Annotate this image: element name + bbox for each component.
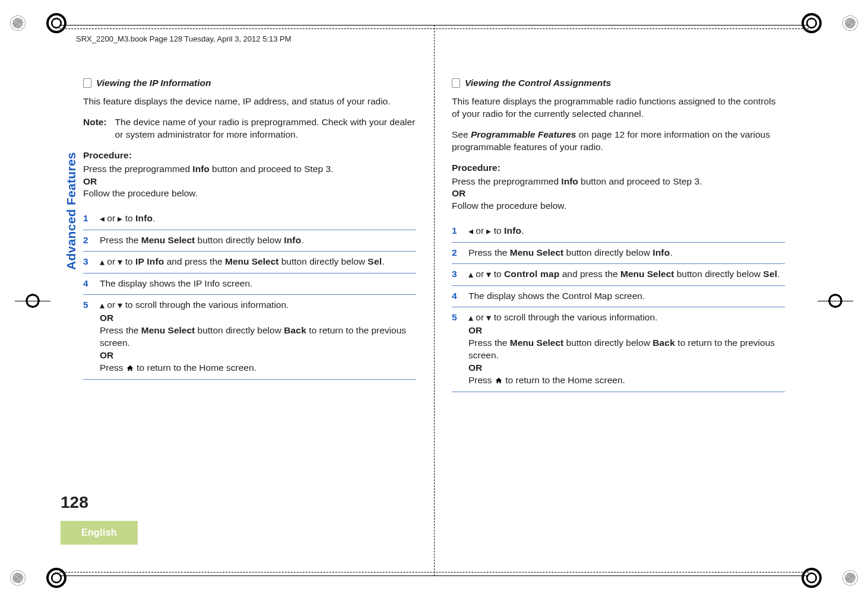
right-column: Viewing the Control Assignments This fea…	[452, 77, 785, 512]
text: .	[670, 247, 672, 257]
text: to scroll through the various informatio…	[491, 312, 657, 322]
step-body: or to IP Info and press the Menu Select …	[100, 256, 416, 269]
steps-left: 1 or to Info. 2 Press the Menu Select bu…	[83, 208, 416, 379]
text-bold-italic: Programmable Features	[471, 129, 576, 139]
intro-right: This feature displays the programmable r…	[452, 96, 785, 120]
step-body: Press the Menu Select button directly be…	[100, 234, 416, 247]
step-body: The display shows the Control Map screen…	[468, 290, 785, 303]
text: .	[153, 213, 155, 223]
note-row: Note: The device name of your radio is p…	[83, 116, 416, 141]
step-1: 1 or to Info.	[83, 208, 416, 230]
menu-text: IP Info	[135, 256, 164, 266]
text: .	[521, 225, 524, 236]
text: and press the	[559, 269, 620, 279]
text: or	[104, 300, 118, 310]
left-column: Viewing the IP Information This feature …	[83, 77, 416, 512]
text: Press the	[468, 338, 510, 348]
text: to	[491, 225, 504, 236]
text: button directly below	[195, 325, 284, 335]
procedure-label-right: Procedure:	[452, 162, 785, 174]
menu-text: Back	[284, 325, 306, 335]
or-label: OR	[468, 325, 482, 335]
text: Press the	[100, 235, 141, 245]
left-arrow-icon	[100, 213, 104, 225]
step-1: 1 or to Info.	[452, 221, 785, 243]
procedure-label-left: Procedure:	[83, 150, 416, 162]
step-number: 4	[83, 278, 91, 290]
up-arrow-icon	[468, 269, 473, 281]
step-number: 2	[452, 247, 460, 259]
text-bold: Menu Select	[620, 269, 674, 279]
or-label: OR	[452, 187, 785, 200]
step-number: 1	[452, 225, 460, 238]
procedure-preamble2-right: Follow the procedure below.	[452, 200, 785, 212]
step-number: 1	[83, 212, 91, 225]
text: See	[452, 129, 471, 139]
home-icon	[495, 375, 503, 387]
text: button directly below	[563, 338, 652, 348]
see-reference: See Programmable Features on page 12 for…	[452, 129, 785, 154]
text: Press	[100, 362, 126, 373]
steps-right: 1 or to Info. 2 Press the Menu Select bu…	[452, 221, 785, 392]
text-bold: Menu Select	[510, 247, 563, 257]
print-mark-top-left	[11, 13, 66, 33]
step-number: 5	[452, 311, 460, 387]
step-2: 2 Press the Menu Select button directly …	[452, 243, 785, 264]
text: or	[473, 225, 486, 236]
print-mark-bottom-left	[11, 568, 66, 588]
text: Press the preprogrammed	[83, 164, 192, 174]
text: button and proceed to Step 3.	[578, 176, 702, 186]
step-number: 3	[83, 256, 91, 269]
step-body: The display shows the IP Info screen.	[100, 278, 416, 290]
text: to	[491, 269, 504, 279]
text: .	[777, 269, 780, 279]
text: Press the preprogrammed	[452, 176, 561, 186]
book-icon	[452, 78, 460, 88]
text: Press	[468, 375, 495, 385]
text-bold: Info	[192, 164, 209, 174]
text-bold: Info	[561, 176, 578, 186]
menu-text: Control map	[504, 269, 559, 279]
text-bold: Menu Select	[225, 256, 278, 266]
text: to return to the Home screen.	[134, 362, 256, 373]
menu-text: Sel	[763, 269, 777, 279]
or-label: OR	[83, 176, 416, 188]
text-bold: Menu Select	[141, 325, 195, 335]
page-header: SRX_2200_M3.book Page 128 Tuesday, April…	[76, 34, 292, 43]
step-3: 3 or to Control map and press the Menu S…	[452, 264, 785, 286]
text: Press the	[468, 247, 510, 257]
print-mark-right	[825, 291, 845, 311]
intro-left: This feature displays the device name, I…	[83, 96, 416, 108]
menu-text: Back	[652, 338, 675, 348]
or-label: OR	[100, 313, 113, 323]
menu-text: Sel	[368, 256, 382, 266]
text: to return to the Home screen.	[503, 375, 625, 385]
text: button directly below	[674, 269, 763, 279]
content-area: Viewing the IP Information This feature …	[83, 77, 785, 512]
section-heading-left: Viewing the IP Information	[83, 77, 416, 90]
or-label: OR	[100, 350, 113, 360]
left-arrow-icon	[468, 225, 473, 238]
print-mark-top-right	[802, 13, 857, 33]
text: and press the	[164, 256, 225, 266]
up-arrow-icon	[100, 256, 104, 269]
note-text: The device name of your radio is preprog…	[115, 116, 416, 141]
text: or	[104, 213, 118, 223]
menu-text: Info	[284, 235, 301, 245]
step-5: 5 or to scroll through the various infor…	[452, 307, 785, 392]
step-body: or to scroll through the various informa…	[100, 299, 416, 375]
procedure-preamble-left: Press the preprogrammed Info button and …	[83, 163, 416, 176]
note-label: Note:	[83, 116, 107, 141]
or-label: OR	[468, 362, 482, 373]
step-2: 2 Press the Menu Select button directly …	[83, 230, 416, 252]
text: Press the	[100, 325, 141, 335]
step-body: or to Info.	[100, 212, 416, 225]
step-number: 2	[83, 234, 91, 247]
section-heading-right: Viewing the Control Assignments	[452, 77, 785, 90]
section-tab: Advanced Features	[64, 152, 78, 270]
print-mark-left	[23, 291, 43, 311]
step-number: 5	[83, 299, 91, 375]
text-bold: Menu Select	[510, 338, 563, 348]
step-number: 4	[452, 290, 460, 303]
print-mark-bottom-right	[802, 568, 857, 588]
